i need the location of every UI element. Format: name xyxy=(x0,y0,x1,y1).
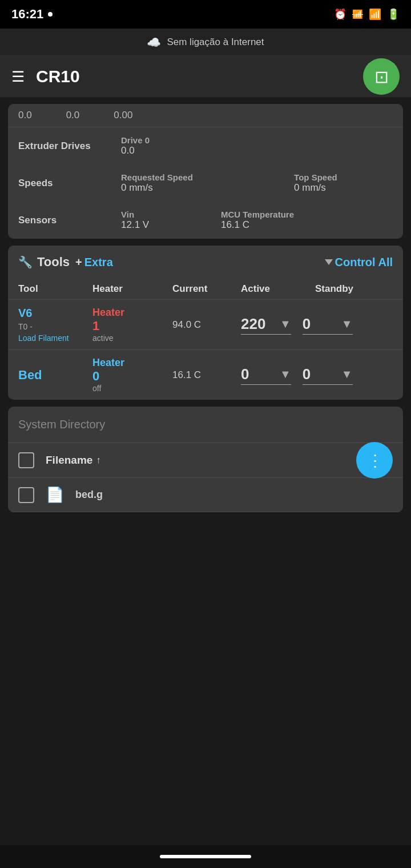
bed-standby-temp-group: 0 ▼ xyxy=(303,365,353,383)
tool-row-v6: V6 T0 - Load Filament Heater 1 active 94… xyxy=(8,300,403,350)
bed-active-temp-value: 0 xyxy=(241,365,275,383)
v6-active-dropdown-icon[interactable]: ▼ xyxy=(280,318,291,331)
plus-label: + xyxy=(75,256,82,269)
v6-heater-status: active xyxy=(92,333,114,343)
speeds-table: Speeds Requested Speed 0 mm/s Top Speed … xyxy=(8,164,403,202)
tools-col-headers: Tool Heater Current Active Standby xyxy=(8,279,403,300)
tools-extra-button[interactable]: + Extra xyxy=(75,256,113,269)
filename-col-header[interactable]: Filename ↑ xyxy=(46,454,100,467)
partial-val-0: 0.0 xyxy=(18,110,32,121)
v6-heater-number[interactable]: 1 xyxy=(92,319,99,333)
status-bar: 16:21 ⏰ 📶 📶 🔋 xyxy=(0,0,411,29)
extruder-drives-table: Extruder Drives Drive 0 0.0 xyxy=(8,127,403,164)
bed-standby-temp-value: 0 xyxy=(303,365,337,383)
top-speed-header: Top Speed xyxy=(294,172,393,182)
file-row-bed[interactable]: 📄 bed.g xyxy=(8,478,403,512)
status-dot xyxy=(48,12,53,17)
more-options-fab[interactable]: ⋮ xyxy=(356,442,393,479)
more-icon: ⋮ xyxy=(367,451,382,470)
no-internet-text: Sem ligação à Internet xyxy=(167,37,264,48)
bed-standby-dropdown-icon[interactable]: ▼ xyxy=(341,368,353,381)
control-all-label: Control All xyxy=(335,256,393,269)
app-bar-left: ☰ CR10 xyxy=(11,67,80,86)
load-filament-button[interactable]: Load Filament xyxy=(18,333,92,343)
v6-name[interactable]: V6 xyxy=(18,307,92,320)
sensors-table: Sensors Vin 12.1 V MCU Temperature 16.1 … xyxy=(8,202,403,239)
sensors-label: Sensors xyxy=(8,202,111,239)
speeds-label: Speeds xyxy=(8,164,111,202)
file-card: System Directory Filename ↑ ⋮ 📄 bed.g xyxy=(8,407,403,512)
v6-active-temp-group: 220 ▼ xyxy=(241,315,291,333)
drive0-value: 0.0 xyxy=(121,145,393,156)
col-current-header: Current xyxy=(172,283,241,295)
mcu-temp-value: 16.1 C xyxy=(221,219,393,231)
select-all-checkbox[interactable] xyxy=(18,452,34,468)
nav-pill xyxy=(160,855,251,858)
v6-tool-info: V6 T0 - Load Filament xyxy=(18,307,92,343)
bed-active-temp-container[interactable]: 0 ▼ xyxy=(241,365,291,385)
wifi-off-icon: 📶 xyxy=(352,9,363,19)
battery-icon: 🔋 xyxy=(387,8,400,21)
partial-val-1: 0.0 xyxy=(66,110,80,121)
requested-speed-header: Requested Speed xyxy=(121,172,273,182)
file-directory: System Directory xyxy=(8,407,403,443)
v6-active-temp-container[interactable]: 220 ▼ xyxy=(241,315,291,335)
screen-fab-button[interactable]: ⊡ xyxy=(363,58,400,95)
signal-icon: 📶 xyxy=(369,8,381,21)
menu-icon[interactable]: ☰ xyxy=(11,68,25,86)
col-heater-header: Heater xyxy=(92,283,172,295)
tools-card: 🔧 Tools + Extra Control All Tool Heater … xyxy=(8,246,403,400)
tools-label: Tools xyxy=(37,255,70,270)
speeds-row: Speeds Requested Speed 0 mm/s Top Speed … xyxy=(8,164,403,202)
tools-header: 🔧 Tools + Extra Control All xyxy=(8,246,403,279)
v6-active-temp-value: 220 xyxy=(241,315,275,333)
app-bar: ☰ CR10 ⊡ xyxy=(0,56,411,97)
partial-values-row: 0.0 0.0 0.00 xyxy=(8,104,403,127)
top-speed-value: 0 mm/s xyxy=(294,182,393,194)
time-label: 16:21 xyxy=(11,7,43,22)
bed-active-dropdown-icon[interactable]: ▼ xyxy=(280,368,291,381)
v6-sub: T0 - xyxy=(18,322,92,331)
v6-standby-dropdown-icon[interactable]: ▼ xyxy=(341,318,353,331)
nav-spacer xyxy=(0,519,411,565)
file-type-icon: 📄 xyxy=(46,486,64,504)
v6-standby-temp-value: 0 xyxy=(303,315,337,333)
extruder-drives-row: Extruder Drives Drive 0 0.0 xyxy=(8,127,403,164)
extruder-drives-col: Drive 0 0.0 xyxy=(111,127,403,164)
requested-speed-value: 0 mm/s xyxy=(121,182,273,194)
top-speed-col: Top Speed 0 mm/s xyxy=(284,164,403,202)
requested-speed-col: Requested Speed 0 mm/s xyxy=(111,164,284,202)
file-name-bed[interactable]: bed.g xyxy=(75,489,103,501)
bed-heater-number[interactable]: 0 xyxy=(92,369,99,384)
v6-heater-label: Heater xyxy=(92,307,124,319)
bed-tool-info: Bed xyxy=(18,368,92,383)
control-all-dropdown-icon xyxy=(325,259,333,265)
tools-title: 🔧 Tools xyxy=(18,255,70,270)
vin-value: 12.1 V xyxy=(121,219,200,231)
mcu-temp-header: MCU Temperature xyxy=(221,210,393,219)
sort-arrow-icon: ↑ xyxy=(96,455,100,465)
cloud-off-icon: ☁️ xyxy=(147,35,161,49)
col-standby-header: Standby xyxy=(315,283,384,295)
v6-standby-temp-container[interactable]: 0 ▼ xyxy=(303,315,353,335)
bed-current-temp-value: 16.1 C xyxy=(172,369,201,380)
no-internet-banner: ☁️ Sem ligação à Internet xyxy=(0,29,411,56)
extruder-drives-label: Extruder Drives xyxy=(8,127,111,164)
filename-col-label: Filename xyxy=(46,454,92,467)
bed-name[interactable]: Bed xyxy=(18,368,92,383)
mcu-temp-col: MCU Temperature 16.1 C xyxy=(211,202,403,239)
v6-current-temp: 94.0 C xyxy=(172,319,241,331)
control-all-button[interactable]: Control All xyxy=(323,256,393,269)
col-active-header: Active xyxy=(241,283,315,295)
screen-icon: ⊡ xyxy=(374,67,389,87)
partial-val-2: 0.00 xyxy=(114,110,132,121)
vin-col: Vin 12.1 V xyxy=(111,202,211,239)
v6-standby-temp-group: 0 ▼ xyxy=(303,315,353,333)
bed-standby-temp-container[interactable]: 0 ▼ xyxy=(303,365,353,385)
vin-header: Vin xyxy=(121,210,200,219)
bed-row: Bed Heater 0 off 16.1 C 0 ▼ 0 ▼ xyxy=(8,350,403,400)
file-checkbox-bed[interactable] xyxy=(18,487,34,503)
bed-active-temp-group: 0 ▼ xyxy=(241,365,291,383)
app-title: CR10 xyxy=(36,67,80,86)
extra-label: Extra xyxy=(84,256,113,269)
